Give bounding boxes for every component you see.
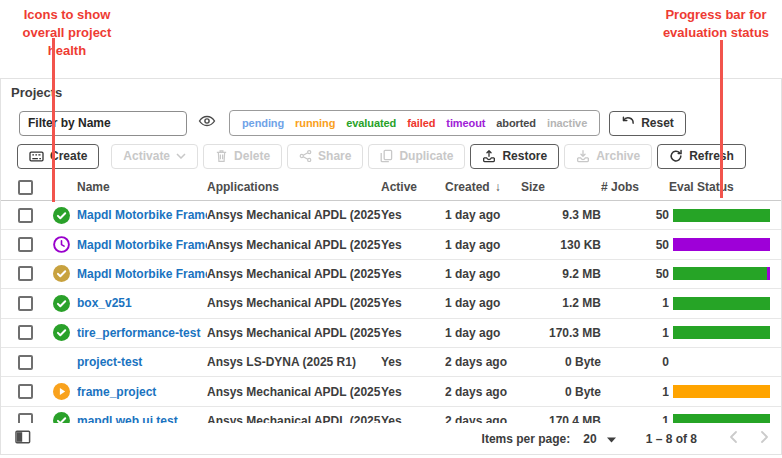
created-cell: 1 day ago bbox=[445, 259, 521, 288]
button-label: Duplicate bbox=[399, 149, 453, 163]
eval-status-cell bbox=[669, 377, 781, 406]
eval-progress-segment bbox=[673, 385, 770, 398]
row-checkbox[interactable] bbox=[18, 266, 33, 281]
project-name-link[interactable]: project-test bbox=[77, 355, 142, 369]
page-title: Projects bbox=[1, 79, 781, 101]
project-health-success-icon bbox=[53, 295, 70, 312]
chevron-right-icon bbox=[760, 430, 769, 447]
filter-by-name-input[interactable] bbox=[19, 111, 187, 136]
trash-icon bbox=[215, 149, 228, 163]
eye-icon bbox=[198, 114, 216, 132]
eval-progress-bar bbox=[673, 297, 770, 310]
button-label: Share bbox=[318, 149, 351, 163]
columns-icon bbox=[15, 430, 31, 448]
size-cell: 130 KB bbox=[521, 230, 601, 259]
duplicate-icon bbox=[380, 149, 393, 163]
prev-page-button[interactable] bbox=[729, 430, 738, 447]
status-filter-failed[interactable]: failed bbox=[407, 117, 435, 129]
row-checkbox[interactable] bbox=[18, 355, 33, 370]
column-header-eval-status[interactable]: Eval Status bbox=[669, 174, 781, 201]
column-header-applications[interactable]: Applications bbox=[207, 174, 381, 201]
jobs-cell: 50 bbox=[601, 259, 669, 288]
chevron-left-icon bbox=[729, 430, 738, 447]
status-filter-inactive[interactable]: inactive bbox=[547, 117, 587, 129]
column-header-active[interactable]: Active bbox=[381, 174, 445, 201]
eval-progress-bar bbox=[673, 209, 770, 222]
screenshot-root: Icons to show overall project health Pro… bbox=[0, 0, 782, 458]
status-filter-pending[interactable]: pending bbox=[242, 117, 284, 129]
jobs-cell: 1 bbox=[601, 318, 669, 347]
active-cell: Yes bbox=[381, 289, 445, 318]
project-name-link[interactable]: box_v251 bbox=[77, 296, 132, 310]
jobs-cell: 1 bbox=[601, 377, 669, 406]
project-name-link[interactable]: Mapdl Motorbike Frame bbox=[77, 208, 207, 222]
project-name-link[interactable]: Mapdl Motorbike Frame bbox=[77, 267, 207, 281]
project-health-warning-icon bbox=[53, 265, 70, 282]
created-cell: 1 day ago bbox=[445, 318, 521, 347]
chevron-down-icon bbox=[176, 153, 186, 159]
table-row: box_v251Ansys Mechanical APDL (2025 R1)Y… bbox=[1, 289, 781, 318]
column-header-created[interactable]: Created↓ bbox=[445, 174, 521, 201]
row-checkbox[interactable] bbox=[18, 208, 33, 223]
items-per-page-select[interactable]: 20 bbox=[583, 432, 615, 446]
projects-table: Name Applications Active Created↓ Size #… bbox=[1, 174, 781, 436]
status-filter-timeout[interactable]: timeout bbox=[446, 117, 485, 129]
refresh-button[interactable]: Refresh bbox=[657, 144, 746, 169]
eval-status-cell bbox=[669, 347, 781, 376]
create-button[interactable]: Create bbox=[17, 144, 99, 169]
jobs-cell: 1 bbox=[601, 289, 669, 318]
annotation-line-left bbox=[52, 38, 55, 202]
application-cell: Ansys Mechanical APDL (2025 R1) bbox=[207, 289, 381, 318]
toolbar: CreateActivateDeleteShareDuplicateRestor… bbox=[17, 143, 781, 169]
table-row: Mapdl Motorbike FrameAnsys Mechanical AP… bbox=[1, 259, 781, 288]
row-checkbox[interactable] bbox=[18, 296, 33, 311]
reset-button[interactable]: Reset bbox=[609, 111, 686, 136]
eval-status-cell bbox=[669, 259, 781, 288]
restore-icon bbox=[482, 149, 496, 163]
row-checkbox[interactable] bbox=[18, 384, 33, 399]
sort-desc-icon: ↓ bbox=[495, 180, 501, 194]
row-checkbox[interactable] bbox=[18, 237, 33, 252]
project-health-success-icon bbox=[53, 207, 70, 224]
projects-panel: Projects pendingrunningevaluatedfailedti… bbox=[0, 78, 782, 455]
status-filter-aborted[interactable]: aborted bbox=[496, 117, 536, 129]
select-all-checkbox[interactable] bbox=[18, 180, 33, 195]
share-button[interactable]: Share bbox=[287, 144, 363, 169]
delete-button[interactable]: Delete bbox=[203, 144, 282, 169]
created-cell: 1 day ago bbox=[445, 201, 521, 230]
column-settings-button[interactable] bbox=[15, 430, 31, 448]
eval-progress-segment bbox=[673, 297, 770, 310]
eval-progress-bar bbox=[673, 238, 770, 251]
activate-button[interactable]: Activate bbox=[111, 144, 198, 169]
column-header-jobs[interactable]: # Jobs bbox=[601, 174, 669, 201]
project-name-link[interactable]: frame_project bbox=[77, 385, 156, 399]
create-icon bbox=[29, 150, 44, 163]
column-header-name[interactable]: Name bbox=[77, 174, 207, 201]
button-label: Activate bbox=[123, 149, 170, 163]
application-cell: Ansys LS-DYNA (2025 R1) bbox=[207, 347, 381, 376]
application-cell: Ansys Mechanical APDL (2025 R1) bbox=[207, 230, 381, 259]
created-cell: 2 days ago bbox=[445, 347, 521, 376]
restore-button[interactable]: Restore bbox=[470, 144, 559, 169]
pagination: Items per page: 20 1 – 8 of 8 bbox=[482, 430, 769, 447]
status-filter-running[interactable]: running bbox=[295, 117, 335, 129]
undo-icon bbox=[621, 115, 635, 131]
project-name-link[interactable]: tire_performance-test bbox=[77, 326, 200, 340]
active-cell: Yes bbox=[381, 259, 445, 288]
eval-progress-segment bbox=[673, 209, 770, 222]
button-label: Refresh bbox=[689, 149, 734, 163]
filter-visibility-toggle[interactable] bbox=[198, 114, 216, 132]
row-checkbox[interactable] bbox=[18, 325, 33, 340]
size-cell: 1.2 MB bbox=[521, 289, 601, 318]
column-header-size[interactable]: Size bbox=[521, 174, 601, 201]
next-page-button[interactable] bbox=[760, 430, 769, 447]
annotation-eval-progress: Progress bar for evaluation status bbox=[653, 6, 779, 42]
duplicate-button[interactable]: Duplicate bbox=[368, 144, 465, 169]
status-filter-evaluated[interactable]: evaluated bbox=[346, 117, 396, 129]
archive-button[interactable]: Archive bbox=[564, 144, 652, 169]
table-row: frame_projectAnsys Mechanical APDL (2025… bbox=[1, 377, 781, 406]
eval-status-cell bbox=[669, 318, 781, 347]
project-name-link[interactable]: Mapdl Motorbike Frame bbox=[77, 238, 207, 252]
annotation-line-right bbox=[720, 40, 723, 198]
created-cell: 2 days ago bbox=[445, 377, 521, 406]
